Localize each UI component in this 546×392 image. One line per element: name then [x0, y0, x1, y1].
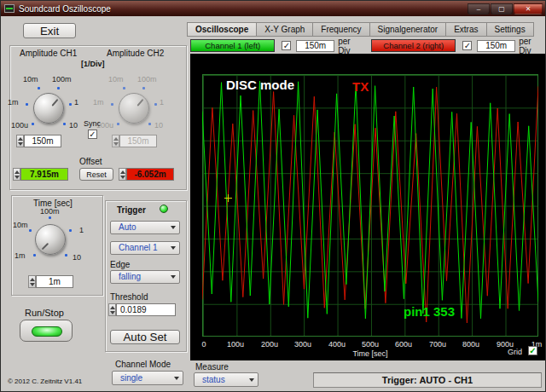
per-div-label: per Div — [519, 37, 545, 55]
minimize-button[interactable]: – — [468, 3, 490, 14]
time-knob[interactable] — [26, 216, 74, 263]
grid-checkbox[interactable]: ✓ — [528, 346, 537, 355]
threshold-control[interactable]: 0.0189 — [108, 303, 176, 316]
threshold-field[interactable]: 0.0189 — [116, 303, 176, 316]
trigger-source-value: Channel 1 — [119, 243, 158, 252]
measure-dropdown[interactable]: status — [194, 372, 258, 387]
tab-frequency[interactable]: Frequency — [313, 22, 369, 37]
knob-pointer-icon — [51, 99, 58, 107]
x-tick-label: 500u — [362, 340, 379, 349]
ch1-tick-label: 100m — [52, 75, 72, 84]
knob-tick — [38, 87, 40, 89]
channel1-per-div-field[interactable]: 150m — [296, 40, 334, 52]
x-axis-label: Time [sec] — [352, 349, 387, 358]
tab-oscilloscope[interactable]: Oscilloscope — [187, 22, 257, 37]
amplitude-ch1-label: Amplitude CH1 — [20, 49, 77, 58]
trigger-edge-dropdown[interactable]: falling — [110, 270, 180, 284]
run-stop-button[interactable] — [20, 320, 73, 342]
trigger-source-dropdown[interactable]: Channel 1 — [110, 241, 180, 255]
spinner-icon[interactable] — [13, 168, 20, 181]
exit-button[interactable]: Exit — [23, 23, 76, 38]
time-value[interactable]: 1m — [28, 275, 73, 288]
knob-tick — [123, 87, 125, 89]
ch2-tick-label: 100m — [137, 75, 157, 84]
channel-mode-dropdown[interactable]: single — [112, 371, 183, 385]
amplitude-ch2-field[interactable]: 150m — [119, 135, 157, 147]
app-window: Soundcard Oszilloscope – ▢ ✕ Exit Amplit… — [0, 0, 546, 392]
chevron-down-icon — [171, 246, 176, 250]
scope-cursor-icon[interactable] — [228, 194, 229, 202]
tab-settings[interactable]: Settings — [487, 22, 534, 37]
channel1-checkbox[interactable]: ✓ — [282, 41, 291, 50]
trigger-status-bar: Trigger: AUTO - CH1 — [313, 372, 542, 388]
scope-display: DISC mode TX pin1 353 0 100u 200u 300u 4… — [190, 54, 545, 360]
time-tick-label: 1 — [79, 226, 84, 234]
trigger-mode-value: Auto — [119, 222, 136, 232]
x-tick-label: 700u — [429, 340, 446, 349]
run-stop-label: Run/Stop — [25, 308, 64, 318]
knob-tick — [69, 229, 72, 232]
app-icon — [4, 4, 15, 13]
offset-ch2-value: -6.052m — [126, 168, 174, 181]
knob-pointer-icon — [42, 243, 49, 250]
sync-checkbox[interactable]: ✓ — [88, 130, 97, 139]
knob-pointer-icon — [136, 99, 143, 107]
tab-xy-graph[interactable]: X-Y Graph — [257, 22, 313, 37]
reset-button[interactable]: Reset — [79, 168, 113, 181]
window-title: Soundcard Oszilloscope — [19, 4, 111, 14]
knob-tick — [33, 254, 36, 257]
time-value-field[interactable]: 1m — [36, 275, 73, 288]
knob-face — [119, 93, 149, 124]
spinner-icon[interactable] — [16, 135, 24, 147]
tab-extras[interactable]: Extras — [446, 22, 486, 37]
spinner-icon[interactable] — [112, 135, 119, 147]
knob-face — [35, 224, 66, 255]
pin-annotation: pin1 353 — [404, 304, 455, 319]
knob-tick — [117, 123, 119, 125]
tab-signalgenerator[interactable]: Signalgenerator — [370, 22, 447, 37]
auto-set-button[interactable]: Auto Set — [110, 330, 180, 344]
amplitude-ch1-value[interactable]: 150m — [16, 135, 61, 147]
knob-tick — [57, 87, 60, 89]
amplitude-unit-label: [1/Div] — [81, 60, 105, 68]
scope-traces — [202, 74, 538, 337]
knob-tick — [26, 103, 28, 106]
spinner-icon[interactable] — [119, 168, 126, 181]
sync-label: Sync — [84, 119, 101, 128]
knob-tick — [63, 123, 66, 125]
tab-bar: Oscilloscope X-Y Graph Frequency Signalg… — [187, 22, 534, 37]
per-div-label: per Div — [338, 37, 364, 55]
knob-tick — [49, 216, 51, 219]
spinner-icon[interactable] — [28, 275, 36, 288]
x-tick-label: 600u — [395, 340, 412, 349]
knob-face — [33, 93, 64, 124]
offset-label: Offset — [79, 157, 102, 166]
trigger-mode-dropdown[interactable]: Auto — [110, 221, 180, 234]
title-bar[interactable]: Soundcard Oszilloscope – ▢ ✕ — [1, 1, 545, 16]
channel-mode-value: single — [120, 373, 142, 383]
ch2-tick-label: 1 — [160, 98, 164, 107]
channel2-checkbox[interactable]: ✓ — [462, 41, 472, 50]
amplitude-ch1-field[interactable]: 150m — [24, 135, 61, 147]
chevron-down-icon — [249, 378, 254, 382]
ch2-tick-label: 10m — [108, 75, 124, 84]
spinner-icon[interactable] — [108, 303, 116, 316]
offset-ch2-control[interactable]: -6.052m — [119, 168, 174, 181]
knob-tick — [142, 87, 145, 89]
amplitude-ch1-knob[interactable] — [25, 84, 73, 132]
maximize-button[interactable]: ▢ — [491, 3, 513, 14]
amplitude-ch2-knob[interactable] — [110, 84, 158, 132]
channel2-per-div-field[interactable]: 150m — [477, 40, 515, 52]
trigger-label: Trigger — [117, 205, 146, 215]
channel2-badge: Channel 2 (right) — [371, 39, 456, 52]
knob-tick — [29, 229, 32, 232]
channel-mode-label: Channel Mode — [115, 360, 171, 369]
time-tick-label: 10 — [73, 253, 81, 262]
offset-ch1-control[interactable]: 7.915m — [13, 168, 68, 181]
amplitude-ch2-value[interactable]: 150m — [112, 135, 157, 147]
close-button[interactable]: ✕ — [514, 3, 543, 14]
grid-toggle-label: Grid — [508, 348, 522, 356]
knob-tick — [32, 123, 34, 125]
ch1-tick-label: 100u — [11, 121, 28, 130]
channel1-badge: Channel 1 (left) — [190, 39, 275, 52]
